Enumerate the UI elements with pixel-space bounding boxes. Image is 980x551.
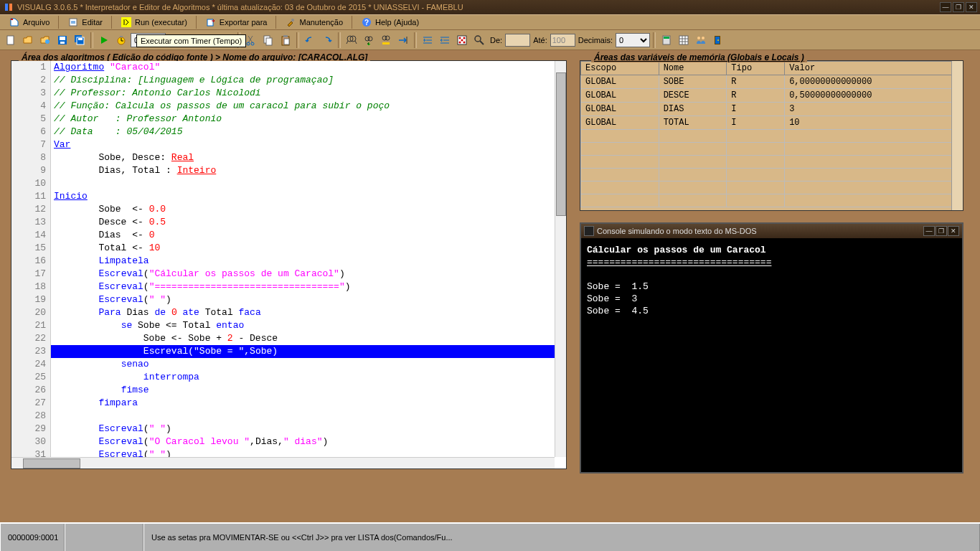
menu-label: Help (Ajuda) <box>375 18 419 27</box>
console-close-button[interactable]: ✕ <box>948 226 959 236</box>
de-input[interactable] <box>505 34 530 47</box>
ate-input[interactable] <box>550 34 575 47</box>
console-minimize-button[interactable]: — <box>923 226 935 236</box>
vertical-scrollbar[interactable] <box>555 61 566 457</box>
code-content[interactable]: Algoritmo "Caracol"// Disciplina: [Lingu… <box>51 61 555 457</box>
column-header[interactable]: Nome <box>659 62 727 75</box>
window-controls: — ❐ ✕ <box>940 2 977 12</box>
scroll-thumb[interactable] <box>23 458 80 468</box>
menu-editar[interactable]: Editar <box>62 15 108 29</box>
save-button[interactable] <box>55 32 70 48</box>
variables-table: EscopoNomeTipoValor GLOBALSOBER6,0000000… <box>580 61 963 207</box>
menu-help[interactable]: ? Help (Ajuda) <box>355 15 425 29</box>
calc-button[interactable] <box>659 32 674 48</box>
play-button[interactable] <box>96 32 112 48</box>
svg-point-40 <box>459 41 461 43</box>
toolbar-separator <box>338 32 341 48</box>
svg-point-37 <box>459 37 461 39</box>
svg-point-42 <box>475 36 481 42</box>
console-titlebar: Console simulando o modo texto do MS-DOS… <box>581 224 962 238</box>
toolbar-separator <box>296 32 299 48</box>
column-header[interactable]: Tipo <box>727 62 785 75</box>
exit-button[interactable] <box>710 32 726 48</box>
open-file-button[interactable] <box>20 32 36 48</box>
grid-button[interactable] <box>676 32 692 48</box>
help-icon: ? <box>361 17 372 28</box>
console-icon <box>584 226 594 236</box>
menu-divider <box>196 16 197 29</box>
variables-panel: Áreas das variáveis de memória (Globais … <box>580 60 963 211</box>
find-button[interactable] <box>344 32 359 48</box>
svg-rect-35 <box>382 42 390 44</box>
status-spacer <box>65 524 143 551</box>
svg-rect-28 <box>284 39 289 44</box>
redo-button[interactable] <box>319 32 335 48</box>
console-output: Cálcular os passos de um Caracol========… <box>581 238 962 323</box>
scroll-thumb[interactable] <box>556 72 566 216</box>
menu-label: Arquivo <box>23 18 50 27</box>
svg-rect-17 <box>120 36 123 37</box>
find-next-button[interactable] <box>361 32 377 48</box>
code-editor[interactable]: 1234567891011121314151617181920212223242… <box>11 61 566 468</box>
replace-button[interactable] <box>378 32 394 48</box>
zoom-button[interactable] <box>471 32 487 48</box>
cursor-position: 0000009:0001 <box>0 524 65 551</box>
menu-run[interactable]: Run (executar) <box>115 15 193 29</box>
console-panel: Console simulando o modo texto do MS-DOS… <box>580 222 963 474</box>
svg-point-41 <box>463 41 466 43</box>
decimais-select[interactable]: 0 <box>616 33 650 47</box>
outdent-button[interactable] <box>437 32 453 48</box>
svg-rect-45 <box>679 36 688 44</box>
new-file-button[interactable] <box>3 32 19 48</box>
svg-point-5 <box>291 19 294 22</box>
console-maximize-button[interactable]: ❐ <box>936 226 947 236</box>
svg-point-32 <box>368 37 372 41</box>
open-file2-button[interactable] <box>37 32 53 48</box>
app-icon <box>3 1 14 13</box>
table-row[interactable]: GLOBALDIASI3 <box>581 103 963 116</box>
users-button[interactable] <box>693 32 709 48</box>
table-row[interactable]: GLOBALDESCER0,50000000000000 <box>581 89 963 103</box>
close-button[interactable]: ✕ <box>966 2 977 12</box>
line-number-gutter: 1234567891011121314151617181920212223242… <box>11 61 51 457</box>
column-header[interactable]: Escopo <box>581 62 659 75</box>
save-all-button[interactable] <box>72 32 88 48</box>
timer-button[interactable] <box>113 32 129 48</box>
variables-panel-header: Áreas das variáveis de memória (Globais … <box>591 52 807 62</box>
svg-rect-2 <box>70 19 77 26</box>
svg-point-38 <box>463 37 466 39</box>
menu-arquivo[interactable]: Arquivo <box>3 15 55 29</box>
table-row[interactable]: GLOBALSOBER6,00000000000000 <box>581 75 963 89</box>
svg-point-9 <box>45 39 50 44</box>
svg-text:?: ? <box>364 19 369 27</box>
goto-button[interactable] <box>395 32 411 48</box>
svg-point-39 <box>461 39 463 41</box>
maintenance-icon <box>285 17 296 28</box>
menu-label: Exportar para <box>220 18 268 27</box>
menu-exportar[interactable]: Exportar para <box>199 15 273 29</box>
menu-manutencao[interactable]: Manutenção <box>279 15 349 29</box>
menu-label: Editar <box>82 18 103 27</box>
table-row[interactable]: GLOBALTOTALI10 <box>581 116 963 130</box>
copy-button[interactable] <box>260 32 276 48</box>
svg-rect-15 <box>78 38 83 40</box>
status-bar: 0000009:0001 Use as setas pra MOVIMENTAR… <box>0 522 980 551</box>
indent-button[interactable] <box>420 32 435 48</box>
svg-rect-4 <box>207 19 213 26</box>
menu-divider <box>58 16 59 29</box>
svg-rect-0 <box>5 4 8 11</box>
menu-label: Manutenção <box>299 18 343 27</box>
svg-rect-1 <box>9 4 12 11</box>
random-button[interactable] <box>454 32 470 48</box>
svg-rect-8 <box>7 36 14 44</box>
svg-point-46 <box>697 37 700 39</box>
undo-button[interactable] <box>302 32 318 48</box>
column-header[interactable]: Valor <box>785 62 963 75</box>
window-title: VISUALG 3.0.6.5 * Interpretador e Editor… <box>17 3 940 11</box>
minimize-button[interactable]: — <box>940 2 951 12</box>
console-window-controls: — ❐ ✕ <box>923 226 959 236</box>
horizontal-scrollbar[interactable] <box>11 457 555 468</box>
vertical-scrollbar[interactable] <box>951 61 963 210</box>
paste-button[interactable] <box>278 32 293 48</box>
maximize-button[interactable]: ❐ <box>953 2 964 12</box>
